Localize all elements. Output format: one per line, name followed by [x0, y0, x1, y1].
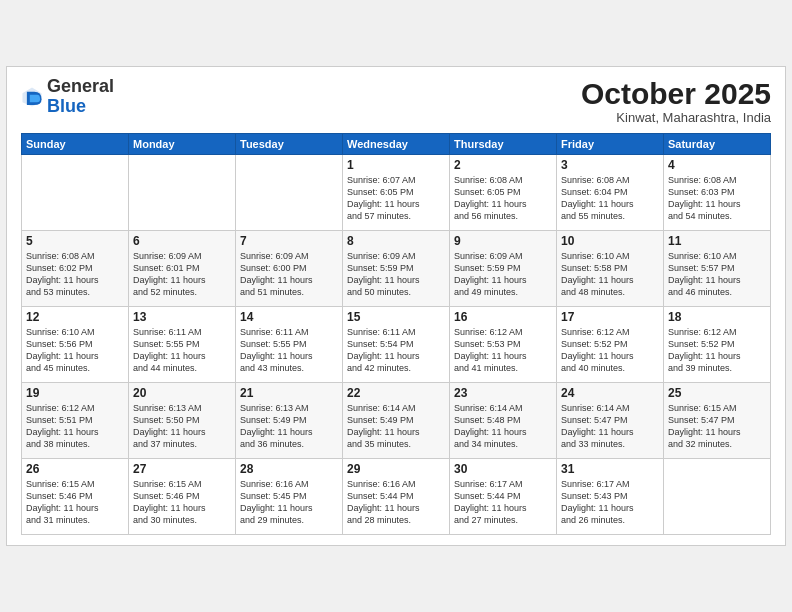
week-row-1: 1Sunrise: 6:07 AMSunset: 6:05 PMDaylight…	[22, 155, 771, 231]
day-info: Sunrise: 6:10 AMSunset: 5:57 PMDaylight:…	[668, 250, 766, 299]
day-number: 14	[240, 310, 338, 324]
calendar-cell: 26Sunrise: 6:15 AMSunset: 5:46 PMDayligh…	[22, 459, 129, 535]
header-section: General Blue October 2025 Kinwat, Mahara…	[21, 77, 771, 125]
calendar-cell: 3Sunrise: 6:08 AMSunset: 6:04 PMDaylight…	[557, 155, 664, 231]
day-info: Sunrise: 6:11 AMSunset: 5:55 PMDaylight:…	[240, 326, 338, 375]
day-info: Sunrise: 6:12 AMSunset: 5:52 PMDaylight:…	[561, 326, 659, 375]
calendar-cell: 25Sunrise: 6:15 AMSunset: 5:47 PMDayligh…	[664, 383, 771, 459]
calendar-cell: 29Sunrise: 6:16 AMSunset: 5:44 PMDayligh…	[343, 459, 450, 535]
day-info: Sunrise: 6:12 AMSunset: 5:52 PMDaylight:…	[668, 326, 766, 375]
calendar-cell: 9Sunrise: 6:09 AMSunset: 5:59 PMDaylight…	[450, 231, 557, 307]
day-number: 12	[26, 310, 124, 324]
calendar-cell: 24Sunrise: 6:14 AMSunset: 5:47 PMDayligh…	[557, 383, 664, 459]
day-info: Sunrise: 6:14 AMSunset: 5:48 PMDaylight:…	[454, 402, 552, 451]
weekday-header-friday: Friday	[557, 134, 664, 155]
calendar-cell: 20Sunrise: 6:13 AMSunset: 5:50 PMDayligh…	[129, 383, 236, 459]
calendar-cell: 15Sunrise: 6:11 AMSunset: 5:54 PMDayligh…	[343, 307, 450, 383]
day-number: 9	[454, 234, 552, 248]
day-number: 27	[133, 462, 231, 476]
calendar-cell: 12Sunrise: 6:10 AMSunset: 5:56 PMDayligh…	[22, 307, 129, 383]
day-info: Sunrise: 6:10 AMSunset: 5:58 PMDaylight:…	[561, 250, 659, 299]
day-info: Sunrise: 6:15 AMSunset: 5:47 PMDaylight:…	[668, 402, 766, 451]
day-number: 1	[347, 158, 445, 172]
calendar-cell: 21Sunrise: 6:13 AMSunset: 5:49 PMDayligh…	[236, 383, 343, 459]
day-number: 18	[668, 310, 766, 324]
day-info: Sunrise: 6:13 AMSunset: 5:50 PMDaylight:…	[133, 402, 231, 451]
logo-text: General Blue	[47, 77, 114, 117]
day-number: 23	[454, 386, 552, 400]
day-info: Sunrise: 6:16 AMSunset: 5:45 PMDaylight:…	[240, 478, 338, 527]
calendar-cell	[664, 459, 771, 535]
day-info: Sunrise: 6:09 AMSunset: 5:59 PMDaylight:…	[347, 250, 445, 299]
day-info: Sunrise: 6:16 AMSunset: 5:44 PMDaylight:…	[347, 478, 445, 527]
day-number: 21	[240, 386, 338, 400]
calendar-cell: 17Sunrise: 6:12 AMSunset: 5:52 PMDayligh…	[557, 307, 664, 383]
day-number: 5	[26, 234, 124, 248]
day-number: 7	[240, 234, 338, 248]
day-number: 26	[26, 462, 124, 476]
calendar-cell: 22Sunrise: 6:14 AMSunset: 5:49 PMDayligh…	[343, 383, 450, 459]
day-info: Sunrise: 6:08 AMSunset: 6:04 PMDaylight:…	[561, 174, 659, 223]
day-info: Sunrise: 6:15 AMSunset: 5:46 PMDaylight:…	[133, 478, 231, 527]
calendar-cell: 7Sunrise: 6:09 AMSunset: 6:00 PMDaylight…	[236, 231, 343, 307]
day-number: 13	[133, 310, 231, 324]
week-row-4: 19Sunrise: 6:12 AMSunset: 5:51 PMDayligh…	[22, 383, 771, 459]
day-number: 24	[561, 386, 659, 400]
weekday-header-monday: Monday	[129, 134, 236, 155]
calendar-cell: 14Sunrise: 6:11 AMSunset: 5:55 PMDayligh…	[236, 307, 343, 383]
day-info: Sunrise: 6:09 AMSunset: 6:00 PMDaylight:…	[240, 250, 338, 299]
day-info: Sunrise: 6:08 AMSunset: 6:03 PMDaylight:…	[668, 174, 766, 223]
day-info: Sunrise: 6:17 AMSunset: 5:43 PMDaylight:…	[561, 478, 659, 527]
calendar-cell: 4Sunrise: 6:08 AMSunset: 6:03 PMDaylight…	[664, 155, 771, 231]
day-info: Sunrise: 6:12 AMSunset: 5:51 PMDaylight:…	[26, 402, 124, 451]
day-info: Sunrise: 6:14 AMSunset: 5:47 PMDaylight:…	[561, 402, 659, 451]
week-row-2: 5Sunrise: 6:08 AMSunset: 6:02 PMDaylight…	[22, 231, 771, 307]
day-number: 20	[133, 386, 231, 400]
day-info: Sunrise: 6:13 AMSunset: 5:49 PMDaylight:…	[240, 402, 338, 451]
day-info: Sunrise: 6:09 AMSunset: 5:59 PMDaylight:…	[454, 250, 552, 299]
title-section: October 2025 Kinwat, Maharashtra, India	[581, 77, 771, 125]
day-number: 10	[561, 234, 659, 248]
calendar-cell: 16Sunrise: 6:12 AMSunset: 5:53 PMDayligh…	[450, 307, 557, 383]
calendar-cell: 18Sunrise: 6:12 AMSunset: 5:52 PMDayligh…	[664, 307, 771, 383]
day-number: 28	[240, 462, 338, 476]
calendar-container: General Blue October 2025 Kinwat, Mahara…	[6, 66, 786, 546]
weekday-header-sunday: Sunday	[22, 134, 129, 155]
day-number: 29	[347, 462, 445, 476]
weekday-header-thursday: Thursday	[450, 134, 557, 155]
day-number: 4	[668, 158, 766, 172]
weekday-header-row: SundayMondayTuesdayWednesdayThursdayFrid…	[22, 134, 771, 155]
logo-icon	[21, 86, 43, 108]
calendar-cell: 8Sunrise: 6:09 AMSunset: 5:59 PMDaylight…	[343, 231, 450, 307]
day-number: 17	[561, 310, 659, 324]
day-info: Sunrise: 6:08 AMSunset: 6:05 PMDaylight:…	[454, 174, 552, 223]
calendar-table: SundayMondayTuesdayWednesdayThursdayFrid…	[21, 133, 771, 535]
day-number: 15	[347, 310, 445, 324]
weekday-header-wednesday: Wednesday	[343, 134, 450, 155]
calendar-cell: 5Sunrise: 6:08 AMSunset: 6:02 PMDaylight…	[22, 231, 129, 307]
day-info: Sunrise: 6:14 AMSunset: 5:49 PMDaylight:…	[347, 402, 445, 451]
day-number: 11	[668, 234, 766, 248]
week-row-5: 26Sunrise: 6:15 AMSunset: 5:46 PMDayligh…	[22, 459, 771, 535]
day-number: 3	[561, 158, 659, 172]
month-title: October 2025	[581, 77, 771, 110]
day-info: Sunrise: 6:09 AMSunset: 6:01 PMDaylight:…	[133, 250, 231, 299]
day-number: 22	[347, 386, 445, 400]
calendar-cell	[22, 155, 129, 231]
calendar-cell: 30Sunrise: 6:17 AMSunset: 5:44 PMDayligh…	[450, 459, 557, 535]
calendar-cell: 10Sunrise: 6:10 AMSunset: 5:58 PMDayligh…	[557, 231, 664, 307]
day-info: Sunrise: 6:11 AMSunset: 5:55 PMDaylight:…	[133, 326, 231, 375]
calendar-cell	[236, 155, 343, 231]
day-info: Sunrise: 6:12 AMSunset: 5:53 PMDaylight:…	[454, 326, 552, 375]
calendar-cell: 1Sunrise: 6:07 AMSunset: 6:05 PMDaylight…	[343, 155, 450, 231]
day-number: 16	[454, 310, 552, 324]
logo-area: General Blue	[21, 77, 114, 117]
calendar-cell: 28Sunrise: 6:16 AMSunset: 5:45 PMDayligh…	[236, 459, 343, 535]
calendar-cell: 19Sunrise: 6:12 AMSunset: 5:51 PMDayligh…	[22, 383, 129, 459]
calendar-cell: 23Sunrise: 6:14 AMSunset: 5:48 PMDayligh…	[450, 383, 557, 459]
calendar-cell: 2Sunrise: 6:08 AMSunset: 6:05 PMDaylight…	[450, 155, 557, 231]
day-number: 8	[347, 234, 445, 248]
day-info: Sunrise: 6:08 AMSunset: 6:02 PMDaylight:…	[26, 250, 124, 299]
day-info: Sunrise: 6:07 AMSunset: 6:05 PMDaylight:…	[347, 174, 445, 223]
week-row-3: 12Sunrise: 6:10 AMSunset: 5:56 PMDayligh…	[22, 307, 771, 383]
